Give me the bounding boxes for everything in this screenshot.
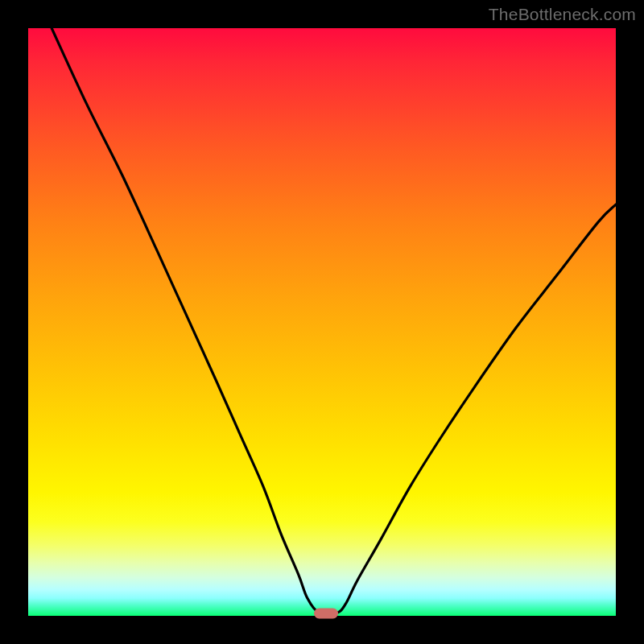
optimum-marker xyxy=(314,609,338,619)
plot-area xyxy=(28,28,616,616)
curve-path xyxy=(52,28,616,614)
attribution-text: TheBottleneck.com xyxy=(489,5,636,24)
chart-frame: TheBottleneck.com xyxy=(0,0,644,644)
bottleneck-curve xyxy=(28,28,616,616)
